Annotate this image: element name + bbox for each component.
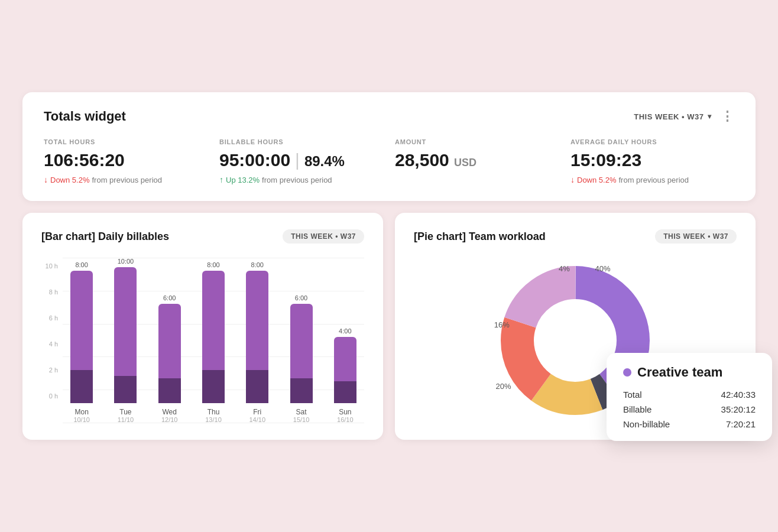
stat-label-amount: AMOUNT [395, 138, 547, 145]
tooltip-label-total: Total [623, 390, 642, 400]
bar-label-tue: 10:00 [118, 258, 134, 265]
bar-wed: 6:00 Wed 12/10 [151, 258, 189, 423]
pie-chart-week-badge: THIS WEEK • W37 [655, 229, 737, 244]
charts-row: [Bar chart] Daily billables THIS WEEK • … [22, 213, 756, 440]
stat-label-avg-daily: AVERAGE DAILY HOURS [570, 138, 722, 145]
bar-sun-wrap [334, 337, 356, 403]
stat-change-billable-hours: ↑ Up 13.2% from previous period [219, 175, 371, 184]
bar-wed-wrap [158, 304, 181, 403]
bar-tue-wrap [114, 267, 137, 403]
bar-label-thu: 8:00 [207, 261, 219, 268]
bar-sat-top [290, 304, 313, 378]
tooltip-card: Creative team Total 42:40:33 Billable 35… [607, 353, 772, 441]
down-arrow-icon-avg: ↓ [570, 175, 575, 184]
totals-header-controls: THIS WEEK • W37 ▾ ⋮ [634, 109, 734, 124]
bar-thu-bottom [202, 370, 225, 403]
y-label-4: 4 h [41, 340, 63, 348]
bar-label-mon: 8:00 [75, 261, 87, 268]
week-selector[interactable]: THIS WEEK • W37 ▾ [634, 112, 711, 121]
stat-change-text-avg: Down 5.2% [577, 176, 616, 184]
y-label-8: 8 h [41, 288, 63, 296]
stat-total-hours: TOTAL HOURS 106:56:20 ↓ Down 5.2% from p… [44, 138, 208, 184]
bar-chart-week-badge: THIS WEEK • W37 [283, 229, 364, 244]
bar-fri-wrap [246, 271, 268, 403]
tooltip-row-billable: Billable 35:20:12 [623, 404, 756, 414]
bar-sat: 6:00 Sat 15/10 [282, 258, 320, 423]
stat-avg-daily-hours: AVERAGE DAILY HOURS 15:09:23 ↓ Down 5.2%… [559, 138, 734, 184]
pie-chart-card: [Pie chart] Team workload THIS WEEK • W3… [395, 213, 756, 440]
bar-tue-top [114, 267, 137, 376]
more-options-icon[interactable]: ⋮ [721, 109, 734, 124]
bar-tue: 10:00 Tue 11/10 [106, 258, 144, 423]
bar-sun-top [334, 337, 356, 381]
bar-mon-top [70, 271, 93, 370]
bar-chart-area: 0 h 2 h 4 h 6 h 8 h 10 h [41, 258, 364, 423]
stat-value-amount: 28,500 USD [395, 150, 547, 170]
bar-chart-card: [Bar chart] Daily billables THIS WEEK • … [22, 213, 383, 440]
stat-value-avg-daily: 15:09:23 [570, 150, 722, 170]
dashboard: Totals widget THIS WEEK • W37 ▾ ⋮ TOTAL … [22, 92, 756, 440]
bar-x-sun: Sun 16/10 [337, 408, 354, 423]
bar-x-thu: Thu 13/10 [205, 408, 222, 423]
bar-x-wed: Wed 12/10 [161, 408, 178, 423]
bar-thu-top [202, 271, 225, 370]
bar-chart-title: [Bar chart] Daily billables [41, 231, 169, 243]
totals-header: Totals widget THIS WEEK • W37 ▾ ⋮ [44, 109, 734, 124]
week-selector-label: THIS WEEK • W37 [634, 112, 704, 121]
bar-tue-bottom [114, 376, 137, 403]
stat-change-text-total-hours: Down 5.2% [50, 176, 89, 184]
bar-wed-top [158, 304, 181, 378]
tooltip-row-total: Total 42:40:33 [623, 390, 756, 400]
stat-change-amount: — [395, 175, 547, 184]
bar-x-tue: Tue 11/10 [118, 408, 134, 423]
pie-chart-header: [Pie chart] Team workload THIS WEEK • W3… [414, 229, 737, 244]
tooltip-row-nonbillable: Non-billable 7:20:21 [623, 419, 756, 429]
down-arrow-icon: ↓ [44, 175, 48, 184]
y-label-2: 2 h [41, 366, 63, 374]
stat-billable-hours: BILLABLE HOURS 95:00:00|89.4% ↑ Up 13.2%… [208, 138, 383, 184]
bar-label-sun: 4:00 [339, 327, 351, 335]
tooltip-team-name: Creative team [637, 365, 722, 380]
bar-thu-wrap [202, 271, 225, 403]
stat-amount: AMOUNT 28,500 USD — [383, 138, 559, 184]
bar-fri-bottom [246, 370, 268, 403]
tooltip-label-billable: Billable [623, 404, 651, 414]
stat-label-total-hours: TOTAL HOURS [44, 138, 196, 145]
tooltip-team: Creative team [623, 365, 756, 380]
stat-label-billable-hours: BILLABLE HOURS [219, 138, 371, 145]
y-label-10: 10 h [41, 262, 63, 270]
totals-widget-card: Totals widget THIS WEEK • W37 ▾ ⋮ TOTAL … [22, 92, 756, 201]
bar-sun-bottom [334, 381, 356, 403]
bar-x-mon: Mon 10/10 [73, 408, 90, 423]
stat-value-billable-hours: 95:00:00|89.4% [219, 150, 371, 170]
totals-title: Totals widget [44, 109, 126, 124]
y-label-0: 0 h [41, 392, 63, 400]
bar-mon: 8:00 Mon 10/10 [63, 258, 101, 423]
team-color-dot [623, 368, 631, 377]
bar-mon-wrap [70, 271, 93, 403]
bar-chart-header: [Bar chart] Daily billables THIS WEEK • … [41, 229, 364, 244]
bars-container: 8:00 Mon 10/10 10:00 [63, 258, 364, 423]
bar-thu: 8:00 Thu 13/10 [194, 258, 232, 423]
stat-change-text-billable: Up 13.2% [226, 176, 260, 184]
tooltip-val-nonbillable: 7:20:21 [726, 419, 756, 429]
pie-chart-title: [Pie chart] Team workload [414, 231, 546, 243]
tooltip-val-billable: 35:20:12 [721, 404, 756, 414]
bar-sun: 4:00 Sun 16/10 [326, 258, 364, 423]
tooltip-label-nonbillable: Non-billable [623, 419, 670, 429]
bar-label-sat: 6:00 [295, 294, 307, 301]
donut-hole [537, 303, 614, 379]
bar-fri: 8:00 Fri 14/10 [238, 258, 276, 423]
bar-sat-bottom [290, 378, 313, 403]
bar-mon-bottom [70, 370, 93, 403]
bar-x-fri: Fri 14/10 [249, 408, 266, 423]
y-label-6: 6 h [41, 314, 63, 322]
stat-change-total-hours: ↓ Down 5.2% from previous period [44, 175, 196, 184]
stat-change-avg-daily: ↓ Down 5.2% from previous period [570, 175, 722, 184]
stat-value-total-hours: 106:56:20 [44, 150, 196, 170]
bar-wed-bottom [158, 378, 181, 403]
tooltip-val-total: 42:40:33 [721, 390, 756, 400]
bar-label-fri: 8:00 [251, 261, 264, 268]
totals-stats: TOTAL HOURS 106:56:20 ↓ Down 5.2% from p… [44, 138, 734, 184]
up-arrow-icon: ↑ [219, 175, 223, 184]
